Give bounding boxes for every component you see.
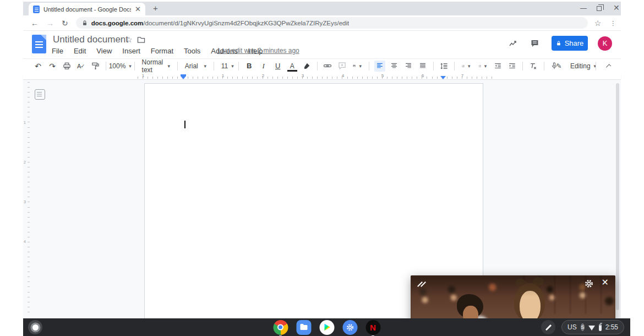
align-center-button[interactable] bbox=[389, 61, 400, 72]
account-avatar[interactable]: K bbox=[598, 36, 612, 51]
move-folder-icon[interactable] bbox=[137, 36, 145, 44]
shelf-netflix-app[interactable]: N bbox=[365, 320, 380, 335]
battery-icon bbox=[599, 324, 601, 331]
tab-title: Untitled document - Google Docs bbox=[43, 6, 131, 13]
menu-tools[interactable]: Tools bbox=[184, 47, 200, 55]
pip-close-icon[interactable]: ✕ bbox=[602, 278, 609, 287]
menu-edit[interactable]: Edit bbox=[74, 47, 86, 55]
italic-button[interactable]: I bbox=[258, 61, 269, 72]
editing-mode-select[interactable]: ✎ Editing bbox=[561, 61, 591, 72]
numbered-list-icon[interactable] bbox=[460, 61, 473, 72]
styles-select[interactable]: Normal text bbox=[140, 61, 173, 72]
wifi-icon bbox=[588, 326, 595, 330]
increase-indent-icon[interactable] bbox=[506, 61, 517, 72]
vruler-number: 2 bbox=[24, 160, 26, 164]
status-badge: S bbox=[581, 323, 585, 331]
share-button[interactable]: Share bbox=[552, 36, 588, 51]
document-outline-icon[interactable] bbox=[35, 89, 45, 100]
docs-app-icon[interactable] bbox=[32, 35, 46, 53]
ruler-number: 1 bbox=[142, 73, 144, 78]
line-spacing-icon[interactable] bbox=[438, 61, 449, 72]
back-icon[interactable]: ← bbox=[31, 19, 39, 28]
ruler-number: 2 bbox=[262, 73, 264, 78]
bold-button[interactable]: B bbox=[244, 61, 255, 72]
zoom-select[interactable]: 100% bbox=[111, 61, 129, 72]
collapse-toolbar-icon[interactable] bbox=[606, 64, 611, 69]
shelf-files-app[interactable] bbox=[296, 320, 311, 335]
url-path: /document/d/1gNKrvyUgiSnzm4d2FObqjkzKG3Q… bbox=[143, 20, 349, 26]
star-document-icon[interactable]: ☆ bbox=[125, 35, 133, 44]
window-minimize-button[interactable]: — bbox=[580, 4, 587, 12]
menu-file[interactable]: File bbox=[52, 47, 63, 55]
left-indent-marker[interactable] bbox=[181, 76, 186, 79]
menu-insert[interactable]: Insert bbox=[122, 47, 140, 55]
vruler-number: 4 bbox=[24, 240, 26, 243]
pencil-icon: ✎ bbox=[556, 62, 561, 70]
font-size-select[interactable]: 11 bbox=[219, 61, 233, 72]
align-left-button[interactable] bbox=[374, 61, 385, 72]
right-indent-marker[interactable] bbox=[440, 76, 446, 79]
highlight-color-icon[interactable] bbox=[301, 61, 312, 72]
document-canvas: 1 2 3 4 ✕ bbox=[23, 80, 621, 318]
back-to-tab-icon[interactable] bbox=[417, 280, 427, 288]
vertical-ruler bbox=[23, 82, 30, 316]
paint-format-icon[interactable] bbox=[90, 61, 101, 72]
document-title[interactable]: Untitled document bbox=[53, 34, 128, 45]
align-right-button[interactable] bbox=[403, 61, 414, 72]
ruler-number: 1 bbox=[222, 73, 224, 78]
mode-label: Editing bbox=[570, 62, 591, 70]
pip-settings-gear-icon[interactable] bbox=[585, 279, 593, 288]
shelf-apps: N bbox=[273, 320, 380, 335]
shelf-settings-app[interactable] bbox=[342, 320, 357, 335]
docs-header: Untitled document ☆ File Edit View Inser… bbox=[23, 31, 621, 58]
clear-formatting-icon[interactable] bbox=[528, 61, 539, 72]
browser-toolbar: ← → ↻ docs.google.com/document/d/1gNKrvy… bbox=[23, 15, 621, 31]
launcher-button[interactable] bbox=[28, 320, 42, 334]
forward-icon[interactable]: → bbox=[46, 19, 54, 28]
menu-view[interactable]: View bbox=[96, 47, 112, 55]
tab-close-icon[interactable]: ✕ bbox=[135, 6, 141, 13]
pip-player-window[interactable]: ✕ WATCH SEX EDUCATION NETFLIX bbox=[411, 275, 615, 318]
window-restore-button[interactable] bbox=[597, 6, 602, 11]
window-close-button[interactable]: ✕ bbox=[613, 4, 620, 12]
browser-tab[interactable]: Untitled document - Google Docs ✕ bbox=[29, 3, 145, 15]
lock-icon bbox=[81, 20, 88, 26]
shelf-play-store-app[interactable] bbox=[319, 320, 334, 335]
insights-icon[interactable] bbox=[508, 39, 518, 48]
justify-button[interactable] bbox=[417, 61, 428, 72]
docs-toolbar: ↶ ↷ A✓ 100% Normal text Arial 11 B I U A bbox=[23, 58, 621, 73]
underline-button[interactable]: U bbox=[272, 61, 283, 72]
refresh-icon[interactable]: ↻ bbox=[62, 19, 68, 28]
bulleted-list-icon[interactable] bbox=[476, 61, 489, 72]
keyboard-layout-label: US bbox=[567, 323, 577, 331]
ruler-number: 3 bbox=[302, 73, 304, 78]
bookmark-star-icon[interactable]: ☆ bbox=[594, 19, 602, 28]
print-icon[interactable] bbox=[61, 61, 72, 72]
insert-image-icon[interactable] bbox=[351, 61, 364, 72]
status-tray[interactable]: US S 2:55 bbox=[561, 320, 624, 334]
new-tab-button[interactable]: + bbox=[151, 4, 160, 13]
last-edit-link[interactable]: Last edit was 2 minutes ago bbox=[217, 47, 299, 55]
undo-icon[interactable]: ↶ bbox=[32, 61, 43, 72]
font-select[interactable]: Arial bbox=[183, 61, 209, 72]
spellcheck-icon[interactable]: A✓ bbox=[75, 61, 86, 72]
redo-icon[interactable]: ↷ bbox=[47, 61, 58, 72]
stylus-tools-button[interactable] bbox=[541, 320, 555, 334]
add-comment-icon[interactable] bbox=[336, 61, 347, 72]
tab-strip: Untitled document - Google Docs ✕ + — ✕ bbox=[23, 2, 621, 15]
address-bar[interactable]: docs.google.com/document/d/1gNKrvyUgiSnz… bbox=[76, 17, 588, 29]
files-icon bbox=[296, 320, 311, 335]
decrease-indent-icon[interactable] bbox=[492, 61, 503, 72]
docs-favicon-icon bbox=[33, 6, 40, 13]
insert-link-icon[interactable] bbox=[322, 61, 333, 72]
scrollbar-thumb[interactable] bbox=[616, 83, 619, 310]
url-host: docs.google.com bbox=[91, 20, 144, 26]
shelf-chrome-app[interactable] bbox=[273, 320, 288, 335]
chromeos-screen: Untitled document - Google Docs ✕ + — ✕ … bbox=[23, 2, 630, 336]
netflix-icon: N bbox=[365, 320, 380, 335]
comments-icon[interactable] bbox=[530, 39, 539, 48]
menu-format[interactable]: Format bbox=[151, 47, 173, 55]
text-color-button[interactable]: A bbox=[287, 61, 298, 72]
ruler-number: 6 bbox=[422, 73, 424, 78]
browser-menu-icon[interactable]: ⋮ bbox=[610, 22, 616, 24]
